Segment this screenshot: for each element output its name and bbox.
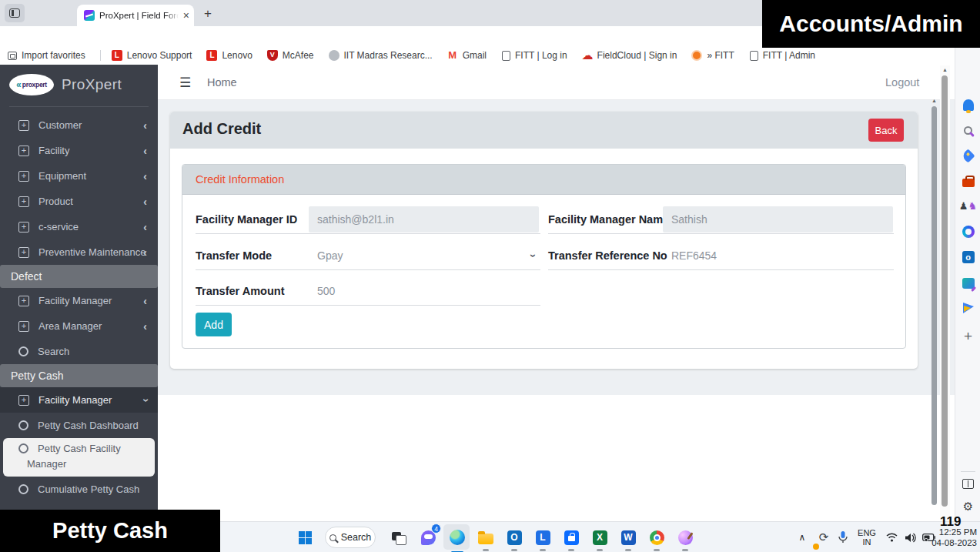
excel-icon: X — [593, 530, 607, 545]
sidebar-item-search[interactable]: Search — [0, 339, 158, 364]
games-icon[interactable]: ♟♞ — [955, 197, 980, 216]
tab-title: ProXpert | Field Force Automation — [99, 11, 179, 20]
sidebar-item-facility-manager[interactable]: +Facility Manager‹ — [0, 387, 158, 413]
tools-icon[interactable] — [955, 172, 980, 190]
browser-scrollbar[interactable]: ▲ — [940, 65, 950, 521]
sidebar-item-item[interactable] — [0, 502, 158, 510]
store-button[interactable] — [561, 527, 581, 547]
sidebar-item-label: Product — [38, 196, 73, 207]
settings-gear-icon[interactable]: ⚙ — [955, 497, 980, 516]
paint-button[interactable] — [675, 527, 695, 547]
bookmark-item[interactable]: LLenovo — [206, 50, 252, 61]
bookmark-item[interactable]: MGmail — [447, 50, 487, 61]
sidebar-item-facility-manager[interactable]: +Facility Manager‹ — [0, 288, 158, 313]
scroll-up-icon[interactable]: ▲ — [940, 67, 950, 72]
sidebar-item-preventive-maintenance[interactable]: +Preventive Maintenance‹ — [0, 239, 158, 265]
scrollbar-thumb[interactable] — [932, 106, 937, 505]
bookmark-item[interactable]: LLenovo Support — [112, 50, 192, 61]
transfer-amount-input[interactable]: 500 — [317, 276, 335, 306]
bookmark-item[interactable]: IIT Madras Researc... — [329, 50, 433, 61]
sidebar-item-facility[interactable]: +Facility‹ — [0, 138, 158, 163]
add-credit-card: Add Credit Back Credit Information Facil… — [170, 112, 918, 369]
transfer-mode-select[interactable]: Gpay — [317, 241, 343, 270]
bookmark-item[interactable]: FITT | Log in — [501, 50, 567, 61]
start-button[interactable] — [295, 527, 315, 547]
brand-name: ProXpert — [62, 76, 122, 93]
facility-manager-id-input[interactable]: sathish@b2l1.in — [309, 206, 539, 233]
bookmarks-divider — [100, 50, 101, 61]
scrollbar-thumb[interactable] — [942, 75, 948, 507]
wifi-icon[interactable] — [883, 522, 900, 552]
sync-icon[interactable]: ⟳ — [815, 522, 832, 552]
sidebar-item-customer[interactable]: +Customer‹ — [0, 112, 158, 138]
file-explorer-button[interactable] — [476, 527, 496, 547]
tab-close-icon[interactable]: × — [183, 10, 189, 21]
transfer-reference-no-input[interactable]: REF6454 — [671, 241, 717, 270]
edge-sidebar-rail: ♟♞o+⚙ — [955, 46, 980, 521]
speaker-icon[interactable] — [901, 522, 918, 552]
running-indicator — [568, 549, 574, 551]
bookmark-item[interactable]: FITT | Admin — [749, 50, 815, 61]
search-icon[interactable] — [955, 121, 980, 139]
add-to-sidebar-icon[interactable]: + — [955, 327, 980, 346]
dropdown-chevron-icon[interactable]: › — [528, 254, 540, 258]
sidebar-item-equipment[interactable]: +Equipment‹ — [0, 163, 158, 189]
chrome-button[interactable] — [647, 527, 667, 547]
new-tab-button[interactable]: + — [200, 6, 216, 22]
facility-manager-name-input[interactable]: Sathish — [663, 206, 893, 233]
drop-icon[interactable] — [955, 299, 980, 317]
fitt-icon — [691, 50, 702, 61]
lenovo-icon: L — [206, 50, 217, 61]
rail-divider — [961, 471, 975, 472]
sidebar-item-cumulative-petty-cash[interactable]: Cumulative Petty Cash — [0, 477, 158, 502]
sidebar-panel-icon[interactable] — [955, 474, 980, 493]
page-number-marker: 119 — [940, 514, 961, 530]
scroll-up-icon[interactable]: ▲ — [930, 98, 938, 103]
hamburger-menu-icon[interactable]: ☰ — [179, 75, 191, 91]
sidebar-item-label: Cumulative Petty Cash — [38, 483, 139, 495]
shopping-tag-icon[interactable] — [955, 146, 980, 165]
nav-logout-link[interactable]: Logout — [885, 76, 919, 89]
sidebar-item-petty-cash-facility-manager[interactable]: Petty Cash Facility Manager — [3, 438, 155, 477]
circle-bullet-icon — [18, 346, 28, 356]
outlook-icon[interactable]: o — [955, 248, 980, 266]
excel-button[interactable]: X — [590, 527, 610, 547]
panel-title: Credit Information — [196, 173, 284, 186]
sidebar-item-petty-cash-dashboard[interactable]: Petty Cash Dashboard — [0, 413, 158, 438]
running-indicator — [625, 549, 631, 551]
language-indicator[interactable]: ENGIN — [854, 522, 880, 552]
word-button[interactable]: W — [618, 527, 638, 547]
tray-chevron-icon[interactable]: ∧ — [795, 522, 809, 552]
copilot-icon[interactable] — [955, 222, 980, 241]
bookmark-item[interactable]: VMcAfee — [267, 50, 314, 61]
sidebar-item-c-service[interactable]: +c-service‹ — [0, 214, 158, 239]
brand-row[interactable]: « proxpert ProXpert — [0, 71, 158, 99]
tab-actions-icon — [9, 8, 20, 18]
content-scrollbar[interactable]: ▲ — [930, 96, 938, 510]
browser-tab[interactable]: ProXpert | Field Force Automation × — [77, 5, 194, 26]
nav-home-link[interactable]: Home — [207, 76, 237, 89]
back-button[interactable]: Back — [868, 119, 904, 142]
tab-actions-button[interactable] — [5, 4, 25, 22]
add-button[interactable]: Add — [196, 313, 232, 336]
outlook-button[interactable]: O — [504, 527, 524, 547]
bookmark-label: » FITT — [707, 50, 734, 61]
sidebar-item-product[interactable]: +Product‹ — [0, 189, 158, 214]
sidebar-section-defect[interactable]: Defect — [0, 265, 158, 288]
bookmark-item[interactable]: » FITT — [691, 50, 734, 61]
form-row-facility-manager-id: Facility Manager IDsathish@b2l1.in — [196, 205, 540, 234]
taskbar-search[interactable]: Search — [325, 527, 376, 548]
lenovo-button[interactable]: L — [533, 527, 553, 547]
bell-icon[interactable] — [955, 95, 980, 114]
bookmark-item[interactable]: ☁FieldCloud | Sign in — [582, 50, 677, 61]
sidebar-item-label: Equipment — [38, 170, 86, 182]
microphone-icon[interactable] — [835, 522, 851, 552]
chat-button[interactable]: 4 — [418, 527, 438, 547]
designer-icon[interactable] — [955, 273, 980, 292]
bookmarks-bar: Import favoritesLLenovo SupportLLenovoVM… — [0, 46, 980, 65]
sidebar-section-petty-cash[interactable]: Petty Cash — [0, 364, 158, 387]
sidebar-item-area-manager[interactable]: +Area Manager‹ — [0, 313, 158, 339]
bookmark-item[interactable]: Import favorites — [8, 50, 85, 61]
task-view-button[interactable] — [389, 527, 409, 547]
edge-button[interactable] — [447, 527, 467, 547]
